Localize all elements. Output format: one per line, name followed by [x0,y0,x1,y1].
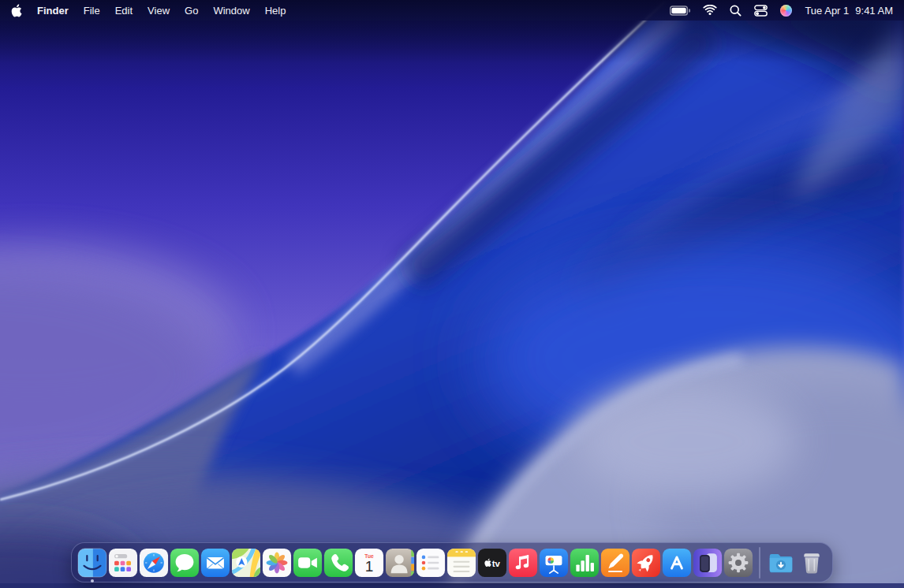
dock-item-system-settings[interactable] [723,548,753,578]
dock-item-music[interactable] [508,548,538,578]
dock-item-maps[interactable] [231,548,261,578]
dock-item-pages[interactable] [600,548,630,578]
menu-bar-status: Tue Apr 1 9:41 AM [670,5,893,17]
dock-item-rocket[interactable] [631,548,661,578]
control-center-icon[interactable] [754,5,768,17]
iphone-mirroring-icon [693,548,723,578]
menu-item-finder[interactable]: Finder [37,5,69,17]
menu-item-edit[interactable]: Edit [115,5,133,17]
messages-icon [170,548,200,578]
reminders-icon [416,548,446,578]
dock-item-calendar[interactable]: Tue 1 [354,548,384,578]
contacts-icon [385,548,415,578]
svg-text:1: 1 [365,557,374,574]
dock-item-iphone-mirroring[interactable] [693,548,723,578]
dock-item-contacts[interactable] [385,548,415,578]
system-settings-icon [723,548,753,578]
wifi-icon[interactable] [703,5,717,16]
launchpad-icon [108,548,138,578]
menu-item-view[interactable]: View [148,5,170,17]
dock-item-facetime[interactable] [293,548,323,578]
dock-item-keynote[interactable] [539,548,569,578]
dock-item-downloads[interactable] [766,548,796,578]
menu-bar: Finder File Edit View Go Window Help [0,0,904,20]
apple-tv-icon: tv [477,548,507,578]
pages-icon [600,548,630,578]
music-icon [508,548,538,578]
facetime-icon [293,548,323,578]
menu-item-file[interactable]: File [84,5,100,17]
menu-bar-clock[interactable]: Tue Apr 1 9:41 AM [805,5,893,17]
finder-icon [77,548,107,578]
desktop: Finder File Edit View Go Window Help [0,0,904,588]
running-indicator [91,579,94,582]
svg-text:tv: tv [492,559,501,568]
mail-icon [200,548,230,578]
dock-item-safari[interactable] [139,548,169,578]
desktop-wallpaper [0,0,904,588]
dock-item-launchpad[interactable] [108,548,138,578]
dock-item-photos[interactable] [262,548,292,578]
menu-item-go[interactable]: Go [185,5,198,17]
downloads-folder-icon [766,548,796,578]
dock-item-finder[interactable] [77,548,107,578]
app-store-icon [662,548,692,578]
dock-item-messages[interactable] [170,548,200,578]
dock-item-trash[interactable] [797,548,827,578]
safari-icon [139,548,169,578]
calendar-icon: Tue 1 [354,548,384,578]
dock-item-phone[interactable] [323,548,353,578]
maps-icon [231,548,261,578]
phone-icon [323,548,353,578]
dock-item-numbers[interactable] [570,548,600,578]
notes-icon [446,548,476,578]
menu-bar-left: Finder File Edit View Go Window Help [11,4,286,17]
dock-item-reminders[interactable] [416,548,446,578]
battery-icon[interactable] [670,6,690,16]
apple-menu-logo-icon[interactable] [11,4,22,17]
dock-item-app-store[interactable] [662,548,692,578]
dock-item-tv[interactable]: tv [477,548,507,578]
siri-icon[interactable] [780,5,792,17]
photos-icon [262,548,292,578]
menu-item-help[interactable]: Help [265,5,286,17]
dock: Tue 1 [71,542,833,582]
trash-icon [797,548,827,578]
dock-item-notes[interactable] [446,548,476,578]
dock-item-mail[interactable] [200,548,230,578]
clock-time: 9:41 AM [855,5,893,17]
rocket-icon [631,548,661,578]
clock-date: Tue Apr 1 [805,5,849,17]
dock-separator [759,547,760,579]
spotlight-icon[interactable] [730,5,742,17]
numbers-icon [570,548,600,578]
menu-item-window[interactable]: Window [213,5,249,17]
keynote-icon [539,548,569,578]
